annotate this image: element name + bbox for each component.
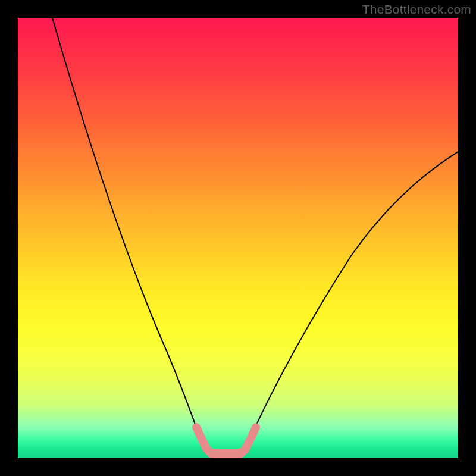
plot-area xyxy=(18,18,458,458)
curve-right-branch xyxy=(245,152,458,450)
curve-layer xyxy=(18,18,458,458)
attribution-text: TheBottleneck.com xyxy=(362,2,471,17)
chart-frame: TheBottleneck.com xyxy=(0,0,476,476)
curve-left-branch xyxy=(52,18,205,450)
highlight-right-rise xyxy=(240,427,256,453)
